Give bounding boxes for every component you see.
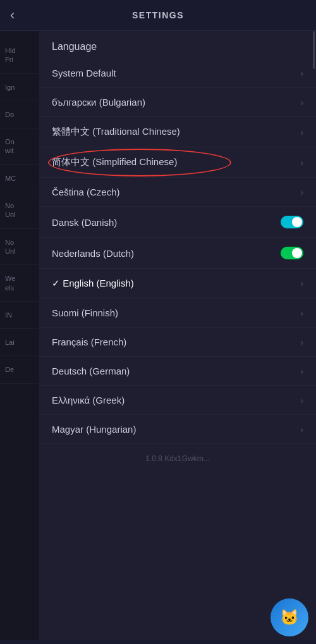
chevron-right-icon: › [300, 278, 303, 288]
language-list: System Default › български (Bulgarian) ›… [39, 59, 316, 444]
language-item-traditional-chinese[interactable]: 繁體中文 (Traditional Chinese) › [39, 117, 316, 147]
language-section-title: Language [39, 31, 316, 59]
sidebar-item-1[interactable]: Ign [0, 74, 39, 101]
language-panel: Language System Default › български (Bul… [39, 31, 316, 640]
sidebar-item-5[interactable]: NoUnl [0, 192, 39, 229]
language-item-czech[interactable]: Čeština (Czech) › [39, 178, 316, 207]
chevron-right-icon: › [300, 424, 303, 435]
language-name: Français (French) [52, 337, 126, 347]
chevron-right-icon: › [300, 366, 303, 376]
sidebar-item-2[interactable]: Do [0, 101, 39, 128]
chevron-right-icon: › [300, 395, 303, 406]
sidebar-item-9[interactable]: Lai [0, 329, 39, 356]
language-name: български (Bulgarian) [52, 97, 145, 108]
language-name: System Default [52, 68, 116, 78]
language-name: Deutsch (German) [52, 366, 130, 376]
sidebar-item-10[interactable]: De [0, 356, 39, 383]
chevron-right-icon: › [300, 68, 303, 78]
danish-toggle[interactable] [281, 216, 303, 228]
dutch-toggle[interactable] [281, 247, 303, 259]
language-item-german[interactable]: Deutsch (German) › [39, 357, 316, 386]
language-item-simplified-chinese[interactable]: 简体中文 (Simplified Chinese) › [39, 147, 316, 178]
language-name: Nederlands (Dutch) [52, 248, 134, 259]
language-item-french[interactable]: Français (French) › [39, 328, 316, 357]
language-item-system-default[interactable]: System Default › [39, 59, 316, 88]
language-item-hungarian[interactable]: Magyar (Hungarian) › [39, 415, 316, 444]
sidebar: HidFri Ign Do Onwit MC NoUnl NoUnl Weels… [0, 31, 39, 640]
language-name: Ελληνικά (Greek) [52, 395, 125, 406]
chevron-right-icon: › [300, 97, 303, 108]
settings-header: ‹ SETTINGS [0, 0, 316, 31]
version-info: 1.0.8 Kdx1Gwkm... [39, 444, 316, 473]
chevron-right-icon: › [300, 337, 303, 347]
language-item-finnish[interactable]: Suomi (Finnish) › [39, 299, 316, 328]
chevron-right-icon: › [300, 158, 303, 168]
watermark: 🐱 [270, 598, 308, 636]
language-item-greek[interactable]: Ελληνικά (Greek) › [39, 386, 316, 415]
language-name: 繁體中文 (Traditional Chinese) [52, 126, 180, 138]
sidebar-item-0[interactable]: HidFri [0, 37, 39, 74]
language-item-danish[interactable]: Dansk (Danish) [39, 207, 316, 238]
language-item-bulgarian[interactable]: български (Bulgarian) › [39, 88, 316, 117]
sidebar-item-6[interactable]: NoUnl [0, 229, 39, 266]
back-button[interactable]: ‹ [10, 7, 15, 23]
language-name: Čeština (Czech) [52, 187, 120, 197]
language-name: ✓ English (English) [52, 278, 134, 289]
language-item-dutch[interactable]: Nederlands (Dutch) [39, 238, 316, 269]
sidebar-item-4[interactable]: MC [0, 165, 39, 192]
sidebar-item-8[interactable]: IN [0, 302, 39, 329]
sidebar-item-7[interactable]: Weels [0, 265, 39, 302]
main-container: HidFri Ign Do Onwit MC NoUnl NoUnl Weels… [0, 31, 316, 640]
language-name: 简体中文 (Simplified Chinese) [52, 156, 177, 168]
sidebar-item-3[interactable]: Onwit [0, 128, 39, 165]
page-title: SETTINGS [132, 10, 184, 20]
chevron-right-icon: › [300, 187, 303, 197]
language-name: Suomi (Finnish) [52, 307, 118, 318]
language-item-english[interactable]: ✓ English (English) › [39, 269, 316, 299]
language-name: Magyar (Hungarian) [52, 424, 136, 435]
chevron-right-icon: › [300, 127, 303, 137]
chevron-right-icon: › [300, 308, 303, 318]
watermark-logo: 🐱 [270, 598, 308, 636]
language-name: Dansk (Danish) [52, 217, 117, 228]
